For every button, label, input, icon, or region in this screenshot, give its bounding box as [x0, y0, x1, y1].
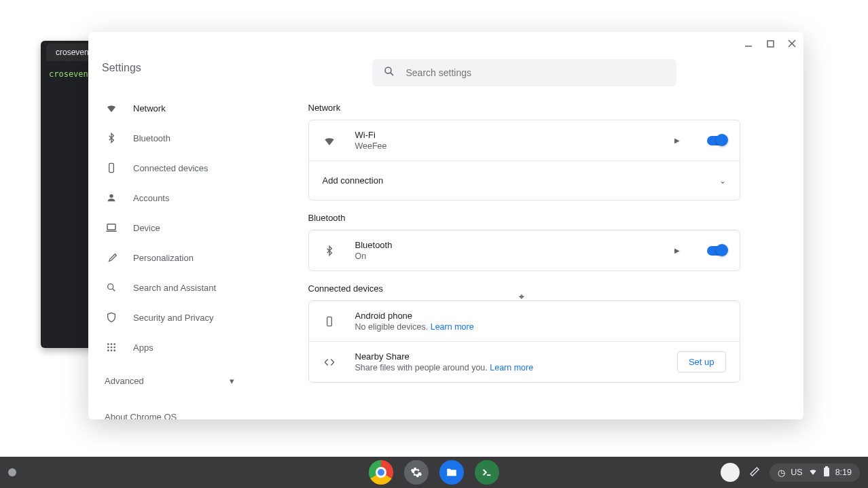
shield-icon — [105, 311, 118, 324]
section-title-network: Network — [308, 103, 740, 113]
search-icon — [105, 281, 118, 294]
sidebar-item-label: Accounts — [133, 193, 169, 203]
bluetooth-status: On — [355, 251, 674, 261]
search-input[interactable] — [406, 67, 666, 78]
svg-point-19 — [385, 67, 391, 73]
apps-icon — [105, 341, 118, 354]
wifi-icon — [323, 134, 336, 147]
sidebar-item-connected-devices[interactable]: Connected devices — [102, 153, 237, 183]
sidebar-item-label: Network — [133, 103, 166, 114]
maximize-button[interactable] — [764, 37, 776, 50]
svg-line-9 — [113, 289, 115, 292]
sidebar-item-label: Apps — [133, 343, 153, 353]
sidebar-item-label: Personalization — [133, 253, 194, 263]
svg-point-5 — [109, 194, 113, 198]
advanced-label: Advanced — [105, 376, 144, 386]
avatar[interactable] — [721, 463, 740, 482]
add-connection-row[interactable]: Add connection ⌄ — [309, 160, 740, 200]
svg-point-12 — [113, 343, 115, 345]
chevron-right-icon: ▶ — [674, 137, 680, 144]
add-connection-label: Add connection — [323, 175, 719, 186]
wifi-row[interactable]: Wi-Fi WeeFee ▶ — [309, 120, 740, 160]
nearby-setup-button[interactable]: Set up — [677, 351, 726, 372]
sidebar-item-network[interactable]: Network — [102, 93, 237, 123]
close-button[interactable] — [786, 37, 798, 50]
nearby-title: Nearby Share — [355, 351, 677, 362]
svg-point-10 — [107, 343, 109, 345]
svg-rect-4 — [109, 163, 114, 172]
laptop-icon — [105, 221, 118, 234]
window-controls — [742, 37, 798, 50]
section-title-bluetooth: Bluetooth — [308, 213, 740, 223]
wifi-icon — [105, 101, 118, 115]
minimize-button[interactable] — [742, 37, 755, 50]
sidebar: Settings Network Bluetooth Connected dev… — [88, 32, 245, 419]
network-card: Wi-Fi WeeFee ▶ Add connection ⌄ — [308, 120, 740, 201]
stylus-icon[interactable] — [749, 466, 760, 479]
sidebar-item-bluetooth[interactable]: Bluetooth — [102, 123, 237, 153]
nearby-share-icon — [323, 355, 336, 369]
files-app-icon[interactable] — [439, 460, 464, 485]
sidebar-item-label: Security and Privacy — [133, 313, 214, 323]
svg-rect-22 — [824, 468, 829, 476]
bluetooth-card: Bluetooth On ▶ — [308, 230, 740, 271]
sidebar-item-label: Search and Assistant — [133, 283, 216, 293]
wifi-status-icon — [808, 467, 818, 478]
sidebar-advanced[interactable]: Advanced ▾ — [102, 369, 237, 393]
ime-label: US — [791, 468, 802, 477]
sidebar-item-apps[interactable]: Apps — [102, 332, 237, 362]
phone-icon — [323, 315, 336, 328]
svg-rect-21 — [327, 317, 331, 326]
terminal-app-icon[interactable] — [475, 460, 499, 485]
connected-card: Android phone No eligible devices. Learn… — [308, 300, 740, 383]
sidebar-item-label: Connected devices — [133, 163, 209, 173]
android-phone-row[interactable]: Android phone No eligible devices. Learn… — [309, 301, 740, 341]
wifi-title: Wi-Fi — [355, 130, 674, 140]
svg-point-16 — [107, 349, 109, 351]
android-title: Android phone — [355, 311, 726, 321]
svg-rect-23 — [825, 466, 828, 468]
svg-point-14 — [111, 347, 113, 349]
clock: 8:19 — [835, 468, 852, 477]
svg-point-15 — [113, 347, 115, 349]
notification-icon: ◷ — [778, 468, 785, 478]
wifi-ssid: WeeFee — [355, 141, 674, 151]
search-icon — [383, 65, 395, 80]
bluetooth-icon — [105, 131, 118, 145]
sidebar-item-security[interactable]: Security and Privacy — [102, 302, 237, 332]
chevron-down-icon: ⌄ — [719, 176, 726, 186]
bluetooth-row[interactable]: Bluetooth On ▶ — [309, 230, 740, 271]
shelf: ◷ US 8:19 — [0, 457, 868, 488]
section-title-connected: Connected devices — [308, 283, 740, 294]
svg-point-13 — [107, 347, 109, 349]
sidebar-item-accounts[interactable]: Accounts — [102, 183, 237, 213]
svg-line-20 — [390, 73, 393, 75]
settings-window: Settings Network Bluetooth Connected dev… — [88, 32, 803, 419]
phone-icon — [105, 161, 118, 175]
svg-point-18 — [113, 349, 115, 351]
sidebar-item-device[interactable]: Device — [102, 213, 237, 243]
page-title: Settings — [102, 62, 237, 74]
status-area[interactable]: ◷ US 8:19 — [770, 464, 860, 482]
search-bar[interactable] — [372, 59, 676, 86]
settings-main: Network Wi-Fi WeeFee ▶ — [245, 32, 803, 419]
wifi-toggle[interactable] — [707, 136, 726, 145]
nearby-learn-more[interactable]: Learn more — [490, 363, 533, 372]
bluetooth-icon — [323, 244, 336, 258]
svg-rect-6 — [107, 224, 115, 230]
sidebar-item-search-assistant[interactable]: Search and Assistant — [102, 273, 237, 302]
sidebar-about[interactable]: About Chrome OS — [102, 405, 237, 419]
sidebar-item-label: Device — [133, 223, 160, 233]
brush-icon — [105, 251, 118, 264]
svg-rect-1 — [767, 41, 774, 47]
svg-point-17 — [111, 349, 113, 351]
battery-icon — [823, 466, 830, 479]
chrome-app-icon[interactable] — [369, 460, 393, 485]
svg-point-11 — [111, 343, 113, 345]
chevron-right-icon: ▶ — [674, 247, 680, 254]
settings-app-icon[interactable] — [404, 460, 429, 485]
bluetooth-toggle[interactable] — [707, 246, 726, 256]
android-learn-more[interactable]: Learn more — [431, 322, 474, 332]
sidebar-item-personalization[interactable]: Personalization — [102, 243, 237, 273]
launcher-button[interactable] — [8, 468, 16, 476]
